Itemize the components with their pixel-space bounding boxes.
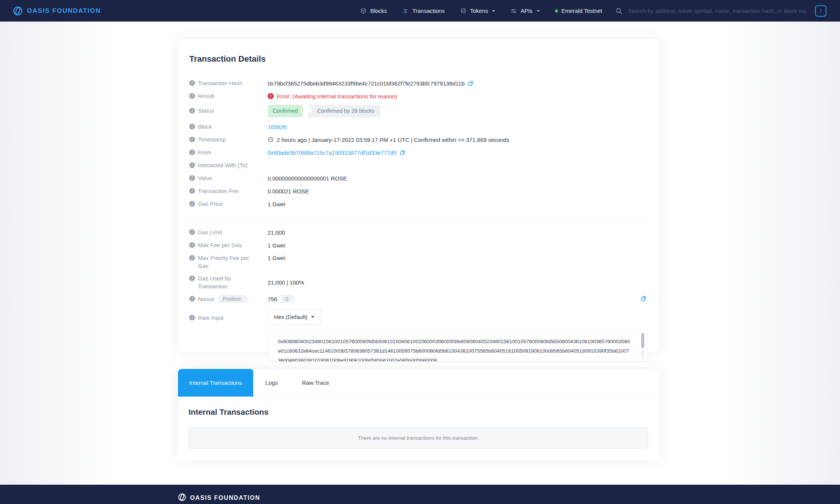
footer: OASIS FOUNDATION <box>0 485 840 504</box>
tokens-icon <box>460 8 467 14</box>
empty-state: There are no internal transactions for t… <box>189 427 648 449</box>
internal-transactions-panel: Internal Transactions There are no inter… <box>178 397 659 459</box>
cube-icon <box>360 8 367 14</box>
main-nav: Blocks Transactions Tokens <box>360 8 602 14</box>
chevron-down-icon <box>537 10 540 12</box>
info-icon[interactable]: i <box>189 162 195 168</box>
info-icon[interactable]: i <box>189 315 195 320</box>
transaction-details-card: Transaction Details i Transaction Hash 0… <box>178 39 659 352</box>
nav-item-network[interactable]: Emerald Testnet <box>555 8 602 14</box>
max-priority-fee-value: 1 Gwei <box>268 254 647 270</box>
row-interacted-with: i Interacted With (To) <box>189 161 647 170</box>
info-icon[interactable]: i <box>189 93 195 99</box>
footer-brand-text: OASIS FOUNDATION <box>190 495 260 501</box>
row-value: i Value 0.000000000000000001 ROSE <box>189 174 647 182</box>
row-raw-input: i Raw Input Hex (Default) <box>189 309 647 325</box>
info-icon[interactable]: i <box>189 255 195 261</box>
search-bar: / <box>615 7 827 15</box>
row-block: i Block 165626 <box>189 123 647 131</box>
info-icon[interactable]: i <box>189 80 195 86</box>
slash-shortcut-key[interactable]: / <box>815 5 826 17</box>
chevron-down-icon <box>492 10 495 12</box>
tab-internal-transactions[interactable]: Internal Transactions <box>178 369 253 397</box>
nav-item-apis[interactable]: APIs <box>510 8 540 14</box>
row-timestamp: i Timestamp 2 hours ago | January-17-202… <box>189 135 647 144</box>
row-gas-limit: i Gas Limit 21,000 <box>189 228 647 236</box>
row-from: i From 0x90ade3b7065fa715c7a150313877df1… <box>189 148 647 157</box>
search-icon <box>615 7 623 15</box>
nav-item-blocks[interactable]: Blocks <box>360 8 387 14</box>
info-icon[interactable]: i <box>189 229 195 235</box>
scrollbar-thumb[interactable] <box>641 333 644 348</box>
info-icon[interactable]: i <box>189 175 195 181</box>
max-fee-value: 1 Gwei <box>268 241 647 249</box>
section-divider <box>189 218 647 218</box>
gas-price-value: 1 Gwei <box>268 200 647 208</box>
row-max-priority-fee: i Max Priority Fee per Gas 1 Gwei <box>189 254 647 270</box>
tab-raw-trace[interactable]: Raw Trace <box>290 369 341 397</box>
row-gas-used: i Gas Used by Transaction 21,000 | 100% <box>189 274 647 290</box>
raw-input-format-dropdown[interactable]: Hex (Default) <box>268 309 321 325</box>
chevron-down-icon <box>311 316 314 318</box>
info-icon[interactable]: i <box>189 108 195 114</box>
empty-state-message: There are no internal transactions for t… <box>358 435 479 441</box>
status-badge: Confirmed <box>268 105 303 117</box>
copy-icon[interactable] <box>400 150 405 156</box>
tab-bar: Internal Transactions Logs Raw Trace <box>178 369 659 397</box>
raw-input-copy-icon[interactable] <box>641 296 647 302</box>
info-icon[interactable]: i <box>189 137 195 142</box>
info-icon[interactable]: i <box>189 296 195 302</box>
row-transaction-fee: i Transaction Fee 0.000021 ROSE <box>189 187 647 195</box>
row-result: i Result ! Error: (Awaiting internal tra… <box>189 92 647 100</box>
nav-item-transactions[interactable]: Transactions <box>402 8 444 14</box>
block-link[interactable]: 165626 <box>268 123 287 131</box>
oasis-logo-icon <box>13 6 23 16</box>
oasis-logo[interactable]: OASIS FOUNDATION <box>13 6 101 16</box>
nav-item-tokens[interactable]: Tokens <box>460 8 496 14</box>
footer-logo[interactable]: OASIS FOUNDATION <box>178 493 260 503</box>
transaction-hash-value: 0x79bcf365275dbeb3d99463233f96e4c721c01b… <box>268 79 464 87</box>
error-message: ! Error: (Awaiting internal transactions… <box>268 92 397 100</box>
row-transaction-hash: i Transaction Hash 0x79bcf365275dbeb3d99… <box>189 79 647 87</box>
transactions-icon <box>402 8 409 14</box>
brand-text: OASIS FOUNDATION <box>27 7 101 15</box>
info-icon[interactable]: i <box>189 188 195 194</box>
clock-icon <box>268 137 274 143</box>
oasis-logo-icon <box>178 493 186 503</box>
raw-input-hex-box[interactable]: 0x608060405234801561001057600080fd5b5061… <box>268 330 647 362</box>
info-icon[interactable]: i <box>189 149 195 155</box>
info-icon[interactable]: i <box>189 242 195 248</box>
confirmation-badge: Confirmed by 28 blocks <box>307 105 381 117</box>
position-value-tag: 0 <box>281 295 292 303</box>
row-nonce: i Nonce Position 756 0 <box>189 295 647 303</box>
raw-input-hex-text: 0x608060405234801561001057600080fd5b5061… <box>278 339 630 362</box>
position-tag: Position <box>218 295 245 303</box>
info-icon[interactable]: i <box>189 201 195 207</box>
network-status-dot-icon <box>555 9 558 12</box>
row-max-fee: i Max Fee per Gas 1 Gwei <box>189 241 647 249</box>
error-icon: ! <box>268 93 274 99</box>
copy-icon[interactable] <box>468 81 474 86</box>
interacted-with-value <box>268 161 647 170</box>
from-address-link[interactable]: 0x90ade3b7065fa715c7a150313877df1d33e777… <box>268 149 396 157</box>
gas-limit-value: 21,000 <box>268 228 647 236</box>
search-input[interactable] <box>628 8 806 14</box>
timestamp-value: 2 hours ago | January-17-2022 03:59:17 P… <box>277 136 509 144</box>
value-amount: 0.000000000000000001 ROSE <box>268 174 647 182</box>
row-gas-price: i Gas Price 1 Gwei <box>189 200 647 208</box>
info-icon[interactable]: i <box>189 275 195 281</box>
transaction-fee-value: 0.000021 ROSE <box>268 187 647 195</box>
nonce-value: 756 <box>268 295 277 303</box>
info-icon[interactable]: i <box>189 124 195 129</box>
top-navbar: OASIS FOUNDATION Blocks Transactions <box>0 0 840 22</box>
tab-logs[interactable]: Logs <box>253 369 290 397</box>
transaction-tabs-card: Internal Transactions Logs Raw Trace Int… <box>178 369 659 460</box>
row-status: i Status Confirmed Confirmed by 28 block… <box>189 105 647 117</box>
api-icon <box>510 8 517 14</box>
gas-used-value: 21,000 | 100% <box>268 274 647 290</box>
panel-title: Internal Transactions <box>189 408 648 417</box>
page-title: Transaction Details <box>189 54 647 64</box>
